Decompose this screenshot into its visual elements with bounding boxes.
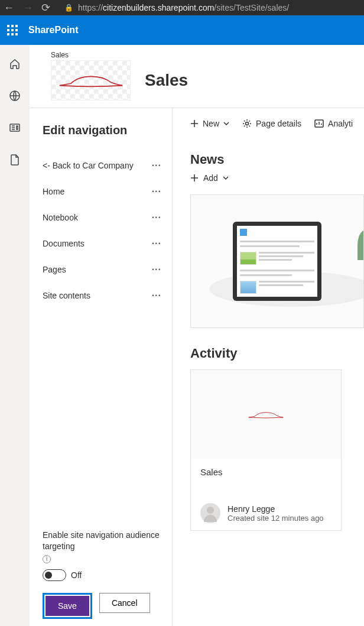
- toggle-state-label: Off: [71, 570, 82, 580]
- page-details-button[interactable]: Page details: [242, 119, 301, 128]
- nav-item-documents[interactable]: Documents···: [43, 231, 161, 257]
- more-icon[interactable]: ···: [152, 264, 161, 275]
- breadcrumb[interactable]: Sales: [51, 51, 343, 59]
- browser-chrome: ← → ⟳ 🔒 https://citizenbuilders.sharepoi…: [0, 0, 364, 15]
- svg-point-2: [246, 122, 249, 125]
- tablet-illustration: [233, 222, 321, 301]
- activity-card[interactable]: Sales Henry Legge Created site 12 minute…: [190, 369, 342, 531]
- browser-forward-icon[interactable]: →: [22, 2, 33, 14]
- plus-icon: [190, 119, 199, 128]
- nav-list: <- Back to Car Company··· Home··· Notebo…: [43, 153, 161, 530]
- nav-item-back[interactable]: <- Back to Car Company···: [43, 153, 161, 179]
- home-icon[interactable]: [9, 58, 21, 70]
- audience-targeting-toggle[interactable]: [43, 569, 66, 581]
- car-logo-icon: [56, 70, 126, 90]
- analytics-button[interactable]: Analyti: [314, 119, 353, 128]
- app-launcher-icon[interactable]: [7, 25, 18, 35]
- site-header: Sales Sales: [30, 45, 364, 108]
- app-rail: [0, 45, 30, 626]
- save-button[interactable]: Save: [46, 596, 89, 616]
- main-content: New Page details Analyti News Add: [173, 108, 364, 626]
- audience-targeting-label: Enable site navigation audience targetin…: [43, 530, 161, 563]
- panel-title: Edit navigation: [43, 124, 161, 137]
- lock-icon: 🔒: [64, 4, 73, 12]
- chevron-down-icon: [223, 176, 229, 180]
- cancel-button[interactable]: Cancel: [99, 593, 150, 613]
- analytics-icon: [314, 119, 324, 128]
- file-icon[interactable]: [9, 154, 21, 166]
- gear-icon: [242, 119, 252, 128]
- suite-nav: SharePoint: [0, 15, 364, 45]
- browser-back-icon[interactable]: ←: [4, 2, 14, 14]
- save-button-focus: Save: [43, 593, 92, 619]
- card-title: Sales: [200, 467, 332, 477]
- card-thumbnail: [191, 370, 341, 459]
- edit-navigation-panel: Edit navigation <- Back to Car Company··…: [30, 108, 173, 626]
- new-button[interactable]: New: [190, 119, 229, 128]
- more-icon[interactable]: ···: [152, 290, 161, 301]
- more-icon[interactable]: ···: [152, 160, 161, 171]
- nav-item-site-contents[interactable]: Site contents···: [43, 283, 161, 309]
- url-text: https://citizenbuilders.sharepoint.com/s…: [78, 3, 289, 12]
- news-heading: News: [190, 152, 364, 167]
- browser-refresh-icon[interactable]: ⟳: [41, 1, 50, 14]
- avatar: [200, 503, 220, 523]
- nav-item-pages[interactable]: Pages···: [43, 257, 161, 283]
- info-icon[interactable]: i: [43, 555, 51, 563]
- command-bar: New Page details Analyti: [190, 119, 364, 128]
- address-bar[interactable]: 🔒 https://citizenbuilders.sharepoint.com…: [64, 3, 360, 12]
- site-logo[interactable]: [51, 60, 131, 100]
- plus-icon: [190, 174, 199, 182]
- chevron-down-icon: [223, 122, 229, 125]
- author-name: Henry Legge: [228, 504, 324, 514]
- nav-item-notebook[interactable]: Notebook···: [43, 205, 161, 231]
- app-name[interactable]: SharePoint: [28, 25, 78, 35]
- news-icon[interactable]: [9, 122, 21, 134]
- nav-item-home[interactable]: Home···: [43, 179, 161, 205]
- globe-icon[interactable]: [9, 90, 21, 102]
- activity-heading: Activity: [190, 346, 364, 361]
- plant-illustration: [358, 231, 364, 278]
- add-news-button[interactable]: Add: [190, 173, 364, 183]
- page-title: Sales: [145, 71, 188, 90]
- more-icon[interactable]: ···: [152, 238, 161, 249]
- car-logo-icon: [246, 409, 285, 420]
- more-icon[interactable]: ···: [152, 186, 161, 197]
- more-icon[interactable]: ···: [152, 212, 161, 223]
- activity-meta: Created site 12 minutes ago: [228, 514, 324, 523]
- news-empty-state: [190, 194, 364, 328]
